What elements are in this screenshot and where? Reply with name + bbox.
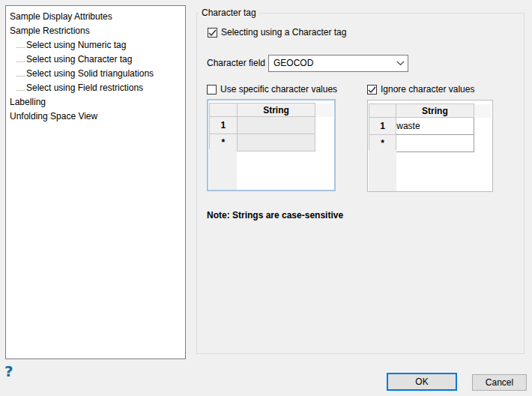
ignore-values-grid[interactable]: String 1 waste * xyxy=(367,100,493,192)
tree-branch-line xyxy=(16,86,25,91)
grid-rowheader-gutter xyxy=(209,149,237,190)
ignore-values-checkbox[interactable] xyxy=(367,85,377,94)
grid-header-extension xyxy=(474,104,492,118)
tree-item-label: Select using Numeric tag xyxy=(26,40,126,50)
grid-cell[interactable] xyxy=(237,117,315,134)
grid-row-header[interactable]: 1 xyxy=(369,118,396,135)
use-specific-values-checkbox-row: Use specific character values xyxy=(207,84,337,95)
character-field-combobox[interactable]: GEOCOD xyxy=(268,55,408,72)
checkmark-icon xyxy=(368,86,376,94)
tree-item-select-using-numeric-tag[interactable]: Select using Numeric tag xyxy=(6,38,185,52)
grid-corner-cell xyxy=(210,104,238,117)
character-tag-dialog: Sample Display Attributes Sample Restric… xyxy=(0,0,532,396)
specific-values-grid[interactable]: String 1 * xyxy=(207,99,336,191)
tree-item-label: Select using Field restrictions xyxy=(26,82,143,93)
tree-item-unfolding-space-view[interactable]: Unfolding Space View xyxy=(6,110,185,124)
ignore-values-table: String 1 waste * xyxy=(369,104,492,152)
grid-rowheader-gutter xyxy=(369,150,396,191)
use-specific-values-label: Use specific character values xyxy=(220,84,337,95)
selecting-character-tag-checkbox-row: Selecting using a Character tag xyxy=(208,27,346,38)
groupbox-title: Character tag xyxy=(199,8,259,18)
checkmark-icon xyxy=(208,29,217,37)
character-field-label: Character field xyxy=(207,58,265,68)
ignore-values-label: Ignore character values xyxy=(381,84,474,95)
grid-cell[interactable] xyxy=(396,135,474,152)
tree-item-label: Select using Solid triangulations xyxy=(26,68,154,79)
use-specific-values-checkbox[interactable] xyxy=(207,85,217,94)
ok-button[interactable]: OK xyxy=(387,373,457,391)
selecting-character-tag-checkbox[interactable] xyxy=(208,28,217,38)
grid-row-header[interactable]: 1 xyxy=(210,117,238,134)
grid-row-extension xyxy=(315,117,334,134)
tree-branch-line xyxy=(16,72,25,76)
grid-header-extension xyxy=(315,104,334,117)
tree-item-sample-display-attributes[interactable]: Sample Display Attributes xyxy=(6,10,185,24)
grid-column-header: String xyxy=(237,104,315,117)
grid-row-extension xyxy=(474,118,492,135)
grid-corner-cell xyxy=(369,104,396,118)
navigation-tree: Sample Display Attributes Sample Restric… xyxy=(5,5,186,359)
tree-branch-line xyxy=(16,44,25,48)
specific-values-table: String 1 * xyxy=(209,103,334,152)
selecting-character-tag-label: Selecting using a Character tag xyxy=(221,27,346,38)
tree-branch-line xyxy=(16,58,25,62)
tree-item-labelling[interactable]: Labelling xyxy=(6,95,185,110)
tree-item-label: Select using Character tag xyxy=(26,54,132,64)
tree-item-select-using-character-tag[interactable]: Select using Character tag xyxy=(6,52,185,67)
cancel-button[interactable]: Cancel xyxy=(472,374,527,391)
grid-column-header: String xyxy=(396,104,474,118)
help-icon[interactable]: ? xyxy=(4,362,13,380)
chevron-down-icon[interactable] xyxy=(393,61,408,66)
tree-item-select-using-solid-triangulations[interactable]: Select using Solid triangulations xyxy=(6,67,185,81)
grid-cell[interactable] xyxy=(237,134,315,152)
tree-item-sample-restrictions[interactable]: Sample Restrictions xyxy=(6,24,185,38)
grid-row-extension xyxy=(474,135,492,152)
grid-cell-waste[interactable]: waste xyxy=(396,118,474,135)
ignore-values-checkbox-row: Ignore character values xyxy=(367,84,474,95)
tree-item-select-using-field-restrictions[interactable]: Select using Field restrictions xyxy=(6,81,185,95)
character-field-value: GEOCOD xyxy=(269,56,393,71)
case-sensitive-note: Note: Strings are case-sensitive xyxy=(207,210,343,220)
grid-row-extension xyxy=(315,134,334,152)
